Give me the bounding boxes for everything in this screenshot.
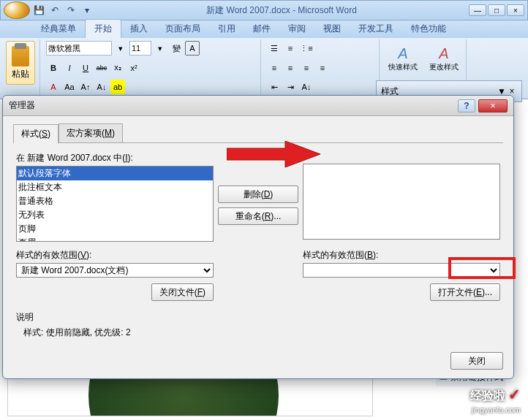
open-file-right-button[interactable]: 打开文件(E)...: [430, 283, 500, 301]
italic-button[interactable]: I: [62, 61, 77, 75]
dialog-close-button[interactable]: ×: [478, 99, 508, 112]
dialog-tabs: 样式(S) 宏方案项(M): [13, 123, 503, 143]
close-file-left-button[interactable]: 关闭文件(F): [151, 283, 214, 301]
list-item[interactable]: 页眉: [17, 236, 213, 242]
watermark: 经验啦 ✓: [470, 386, 521, 404]
right-scope: 样式的有效范围(B): 打开文件(E)...: [303, 249, 500, 301]
scope-label-right: 样式的有效范围(B):: [303, 249, 500, 261]
tab-insert[interactable]: 插入: [121, 20, 156, 38]
change-styles-button[interactable]: A 更改样式: [426, 41, 461, 76]
clipboard-group: 粘贴: [1, 39, 40, 97]
ribbon-tabs: 经典菜单 开始 插入 页面布局 引用 邮件 审阅 视图 开发工具 特色功能: [0, 20, 528, 38]
dialog-help-button[interactable]: ?: [458, 99, 475, 112]
undo-icon[interactable]: ↶: [48, 4, 62, 17]
paste-label: 粘贴: [12, 68, 29, 80]
redo-icon[interactable]: ↷: [64, 4, 78, 17]
tab-classic-menu[interactable]: 经典菜单: [32, 20, 85, 38]
tab-mailings[interactable]: 邮件: [244, 20, 279, 38]
superscript-button[interactable]: x²: [127, 61, 141, 75]
left-scope: 样式的有效范围(V): 新建 Word 2007.docx(文档) 关闭文件(F…: [16, 249, 214, 301]
right-listbox[interactable]: [303, 164, 500, 240]
numbering-button[interactable]: ≡: [283, 41, 298, 56]
right-column: [303, 152, 500, 240]
left-column: 在 新建 Word 2007.docx 中(I): 默认段落字体 批注框文本 普…: [16, 152, 214, 242]
tab-view[interactable]: 视图: [314, 20, 350, 38]
font-size-select[interactable]: [129, 41, 151, 56]
quick-access-toolbar: 💾 ↶ ↷ ▾: [31, 4, 94, 17]
in-label: 在 新建 Word 2007.docx 中(I):: [16, 152, 214, 164]
bullets-button[interactable]: ☰: [267, 41, 282, 56]
scope-select-left[interactable]: 新建 Word 2007.docx(文档): [16, 263, 214, 278]
change-case-button[interactable]: Aa: [62, 80, 77, 94]
align-left-button[interactable]: ≡: [267, 61, 282, 75]
shrink-font-button[interactable]: A↓: [94, 80, 109, 94]
scope-label-left: 样式的有效范围(V):: [16, 249, 214, 261]
paragraph-group: ☰ ≡ ⋮≡ ≡ ≡ ≡ ≡ ⇤ ⇥ A↓: [263, 39, 380, 97]
highlight-button[interactable]: ab: [110, 80, 125, 94]
annotation-arrow-icon: [227, 141, 322, 170]
bold-button[interactable]: B: [46, 61, 61, 75]
save-icon[interactable]: 💾: [31, 4, 46, 17]
dialog-footer: 关闭: [3, 352, 513, 378]
scope-select-right[interactable]: [303, 263, 500, 278]
font-name-dd-icon[interactable]: ▾: [113, 41, 128, 56]
decrease-indent-button[interactable]: ⇤: [267, 80, 282, 94]
checkmark-icon: ✓: [508, 386, 521, 402]
font-name-select[interactable]: [46, 41, 112, 56]
increase-indent-button[interactable]: ⇥: [283, 80, 298, 94]
dialog-title: 管理器: [9, 99, 458, 112]
rename-button[interactable]: 重命名(R)...: [218, 207, 298, 225]
align-right-button[interactable]: ≡: [299, 61, 314, 75]
manager-content: 在 新建 Word 2007.docx 中(I): 默认段落字体 批注框文本 普…: [13, 143, 503, 342]
tab-macros[interactable]: 宏方案项(M): [59, 123, 123, 142]
strikethrough-button[interactable]: abc: [94, 61, 109, 75]
underline-button[interactable]: U: [78, 61, 93, 75]
tab-special[interactable]: 特色功能: [402, 20, 455, 38]
description-section: 说明 样式: 使用前隐藏, 优先级: 2: [16, 311, 500, 339]
description-text: 样式: 使用前隐藏, 优先级: 2: [16, 324, 500, 339]
right-in-label: [303, 152, 500, 162]
list-item[interactable]: 默认段落字体: [17, 167, 213, 180]
tab-references[interactable]: 引用: [209, 20, 244, 38]
font-color-button[interactable]: A: [46, 80, 61, 94]
tab-review[interactable]: 审阅: [279, 20, 314, 38]
minimize-button[interactable]: —: [469, 4, 486, 16]
close-dialog-button[interactable]: 关闭: [450, 352, 503, 370]
word-title-bar: 💾 ↶ ↷ ▾ 新建 Word 2007.docx - Microsoft Wo…: [0, 0, 528, 20]
list-item[interactable]: 页脚: [17, 222, 213, 236]
phonetic-guide-icon[interactable]: 變: [169, 41, 184, 56]
window-controls: — □ ×: [469, 4, 524, 16]
watermark-url: jingyanla.com: [472, 405, 521, 414]
office-button[interactable]: [4, 1, 30, 19]
sort-button[interactable]: A↓: [299, 80, 314, 94]
paste-button[interactable]: 粘贴: [6, 41, 35, 85]
manager-dialog: 管理器 ? × 样式(S) 宏方案项(M) 在 新建 Word 2007.doc…: [2, 95, 514, 379]
window-title: 新建 Word 2007.docx - Microsoft Word: [94, 4, 469, 17]
maximize-button[interactable]: □: [488, 4, 505, 16]
font-group: ▾ ▾ 變 A B I U abc x₂ x² A Aa A↑ A↓ ab: [42, 39, 261, 97]
font-size-dd-icon[interactable]: ▾: [153, 41, 167, 56]
char-border-icon[interactable]: A: [185, 41, 200, 56]
list-item[interactable]: 无列表: [17, 208, 213, 222]
subscript-button[interactable]: x₂: [110, 61, 125, 75]
list-item[interactable]: 普通表格: [17, 194, 213, 208]
grow-font-button[interactable]: A↑: [78, 80, 93, 94]
tab-home[interactable]: 开始: [85, 19, 121, 38]
dialog-titlebar[interactable]: 管理器 ? ×: [3, 96, 513, 116]
clipboard-icon: [12, 46, 29, 66]
list-item[interactable]: 批注框文本: [17, 180, 213, 194]
quick-styles-label: 快速样式: [388, 62, 418, 72]
justify-button[interactable]: ≡: [315, 61, 330, 75]
tab-page-layout[interactable]: 页面布局: [156, 20, 209, 38]
delete-button[interactable]: 删除(D): [218, 186, 298, 203]
qat-dropdown-icon[interactable]: ▾: [80, 4, 94, 17]
description-label: 说明: [16, 311, 500, 324]
align-center-button[interactable]: ≡: [283, 61, 298, 75]
close-window-button[interactable]: ×: [507, 4, 524, 16]
svg-marker-0: [227, 141, 320, 167]
multilevel-list-button[interactable]: ⋮≡: [299, 41, 314, 56]
tab-styles[interactable]: 样式(S): [13, 124, 59, 144]
left-listbox[interactable]: 默认段落字体 批注框文本 普通表格 无列表 页脚 页眉 正文: [16, 166, 214, 242]
tab-developer[interactable]: 开发工具: [350, 20, 402, 38]
quick-styles-button[interactable]: A 快速样式: [385, 41, 420, 76]
